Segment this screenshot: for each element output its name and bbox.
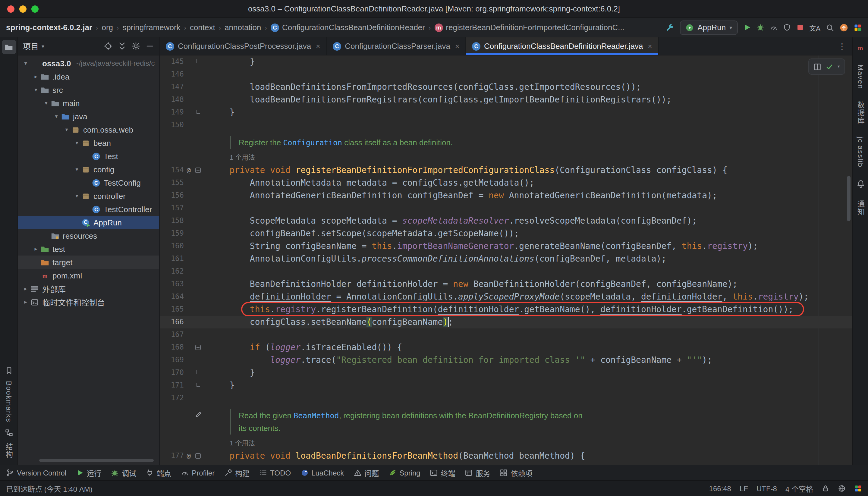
code-line[interactable]: 171 } <box>160 379 852 392</box>
reader-mode-icon[interactable] <box>813 62 821 71</box>
toolwindow-button-依赖项[interactable]: 依赖项 <box>500 468 532 478</box>
database-toolwindow-button[interactable]: 数据库 <box>855 101 866 125</box>
tree-item-bean[interactable]: ▾bean <box>18 136 159 150</box>
usage-hint[interactable]: 1 个用法 <box>160 151 852 164</box>
code-line[interactable]: 155 AnnotationMetadata metadata = config… <box>160 176 852 189</box>
line-number[interactable]: 161 <box>160 252 184 265</box>
chevron-down-icon[interactable]: ▾ <box>73 166 81 172</box>
gutter[interactable]: 169 <box>160 354 209 367</box>
gutter[interactable]: 177@ <box>160 450 209 462</box>
toolwindow-button-服务[interactable]: 服务 <box>465 468 490 478</box>
structure-toolwindow-button[interactable]: 结构 <box>4 443 14 459</box>
gutter[interactable]: 145 <box>160 56 209 68</box>
gutter[interactable]: 160 <box>160 240 209 252</box>
editor[interactable]: 145 }146147 loadBeanDefinitionsFromImpor… <box>160 56 852 465</box>
maven-icon[interactable]: m <box>856 43 865 52</box>
tree-item-resources[interactable]: resources <box>18 229 159 242</box>
line-number[interactable]: 147 <box>160 81 184 93</box>
gutter[interactable]: 146 <box>160 68 209 81</box>
search-button[interactable] <box>826 23 834 32</box>
chevron-right-icon[interactable]: ▸ <box>22 286 30 292</box>
file-encoding[interactable]: UTF-8 <box>757 484 777 493</box>
editor-tab[interactable]: CConfigurationClassPostProcessor.java× <box>160 37 327 55</box>
fold-marker[interactable] <box>193 341 203 354</box>
wrench-icon[interactable] <box>665 22 675 32</box>
close-window-button[interactable] <box>7 5 14 13</box>
chevron-down-icon[interactable]: ▾ <box>52 113 60 119</box>
code-line[interactable]: 162 <box>160 265 852 278</box>
code-line[interactable]: 145 } <box>160 56 852 68</box>
inspections-widget[interactable]: ▾ <box>808 59 845 75</box>
toolwindow-button-version-control[interactable]: Version Control <box>6 469 66 477</box>
structure-icon[interactable] <box>4 429 13 437</box>
chevron-right-icon[interactable]: ▸ <box>22 299 30 305</box>
chevron-right-icon[interactable]: ▸ <box>32 246 40 252</box>
code-line[interactable]: 177@ private void loadBeanDefinitionsFor… <box>160 450 852 462</box>
breadcrumb-item[interactable]: annotation <box>224 23 261 32</box>
project-view-selector[interactable]: 项目 <box>23 41 38 52</box>
code-line[interactable]: 148 loadBeanDefinitionsFromRegistrars(co… <box>160 93 852 106</box>
gutter[interactable]: 172 <box>160 392 209 404</box>
gutter[interactable]: 165 <box>160 303 209 316</box>
tree-item-config[interactable]: ▾config <box>18 163 159 176</box>
tree-item-java[interactable]: ▾java <box>18 110 159 123</box>
close-icon[interactable]: × <box>316 42 320 50</box>
editor-tab[interactable]: CConfigurationClassParser.java× <box>327 37 466 55</box>
gutter[interactable]: 148 <box>160 93 209 106</box>
usage-hint[interactable]: 1 个用法 <box>160 437 852 450</box>
line-number[interactable]: 163 <box>160 278 184 291</box>
readonly-lock-icon[interactable] <box>822 484 830 492</box>
collapse-all-button[interactable] <box>118 42 127 51</box>
breadcrumb-item[interactable]: spring-context-6.0.2.jar <box>6 23 92 32</box>
tree-item-外部库[interactable]: ▸外部库 <box>18 282 159 295</box>
line-number[interactable]: 156 <box>160 189 184 202</box>
stop-button[interactable] <box>796 24 804 31</box>
code-line[interactable]: 167 <box>160 328 852 341</box>
fold-marker[interactable] <box>193 56 203 68</box>
line-number[interactable]: 160 <box>160 240 184 252</box>
edit-doc-pencil-icon[interactable] <box>195 410 203 418</box>
toolwindow-button-spring[interactable]: Spring <box>388 469 420 477</box>
gutter[interactable]: 156 <box>160 189 209 202</box>
breadcrumb-item[interactable]: CConfigurationClassBeanDefinitionReader <box>270 23 425 32</box>
tree-item-test[interactable]: CTest <box>18 150 159 163</box>
breadcrumb-item[interactable]: org <box>102 23 113 32</box>
chevron-down-icon[interactable]: ▾ <box>73 140 81 146</box>
toolwindow-button-构建[interactable]: 构建 <box>224 468 250 478</box>
tree-item-临时文件和控制台[interactable]: ▸临时文件和控制台 <box>18 295 159 309</box>
tree-item-.idea[interactable]: ▸.idea <box>18 70 159 83</box>
code-line[interactable]: 168 if (logger.isTraceEnabled()) { <box>160 341 852 354</box>
line-number[interactable]: 154 <box>160 164 184 176</box>
code-line[interactable]: 170 } <box>160 367 852 379</box>
coverage-button[interactable] <box>783 24 791 31</box>
code-line[interactable]: 165 this.registry.registerBeanDefinition… <box>160 303 852 316</box>
toolwindow-button-端点[interactable]: 端点 <box>146 468 171 478</box>
vertical-scrollbar[interactable] <box>847 176 851 221</box>
code-line[interactable]: 169 logger.trace("Registered bean defini… <box>160 354 852 367</box>
code-line[interactable]: 146 <box>160 68 852 81</box>
code-line[interactable]: 163 BeanDefinitionHolder definitionHolde… <box>160 278 852 291</box>
hide-button[interactable] <box>145 42 154 51</box>
line-number[interactable]: 162 <box>160 265 184 278</box>
translation-plugin-icon[interactable] <box>854 484 862 492</box>
breadcrumb-item[interactable]: springframework <box>122 23 180 32</box>
toolwindow-button-todo[interactable]: TODO <box>259 469 291 477</box>
toolwindow-button-profiler[interactable]: Profiler <box>181 469 215 477</box>
code-line[interactable]: 161 AnnotationConfigUtils.processCommonD… <box>160 252 852 265</box>
tree-item-testcontroller[interactable]: CTestController <box>18 202 159 216</box>
fold-marker[interactable] <box>193 164 203 176</box>
gutter[interactable]: 150 <box>160 119 209 131</box>
fold-marker[interactable] <box>193 367 203 379</box>
code-line[interactable]: 150 <box>160 119 852 131</box>
notifications-toolwindow-button[interactable]: 通知 <box>855 200 866 216</box>
line-number[interactable]: 171 <box>160 379 184 392</box>
line-number[interactable]: 169 <box>160 354 184 367</box>
gutter[interactable]: 168 <box>160 341 209 354</box>
gutter[interactable]: 161 <box>160 252 209 265</box>
code-line[interactable]: 149 } <box>160 106 852 119</box>
code-line[interactable]: 158 ScopeMetadata scopeMetadata = scopeM… <box>160 215 852 227</box>
chevron-down-icon[interactable]: ▾ <box>63 127 71 133</box>
tree-item-controller[interactable]: ▾controller <box>18 189 159 202</box>
plugin-icon[interactable] <box>854 23 862 32</box>
line-number[interactable]: 168 <box>160 341 184 354</box>
